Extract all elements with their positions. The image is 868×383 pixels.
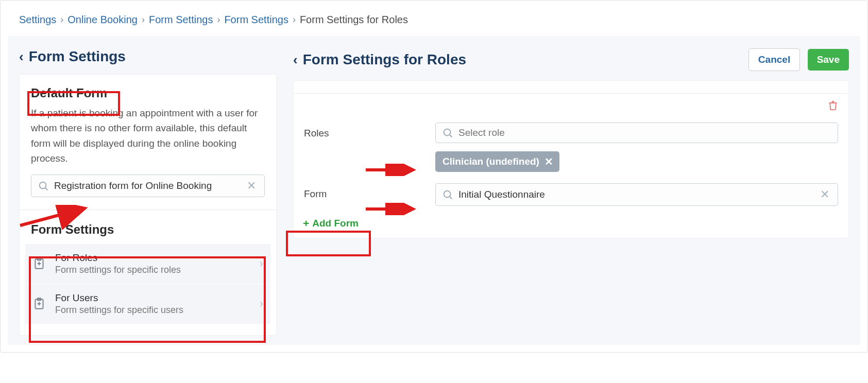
page-container: Settings › Online Booking › Form Setting… xyxy=(0,0,868,353)
search-icon xyxy=(442,189,453,200)
svg-line-1 xyxy=(45,188,47,190)
right-panel: Roles Clinician (undefined) ✕ Form xyxy=(293,80,849,238)
left-column: ‹ Form Settings Default Form If a patien… xyxy=(19,48,277,336)
cancel-button[interactable]: Cancel xyxy=(748,48,800,71)
breadcrumb-link-form-settings-2[interactable]: Form Settings xyxy=(224,14,288,26)
close-icon[interactable]: ✕ xyxy=(544,155,553,168)
chevron-right-icon: › xyxy=(260,257,263,270)
roles-label: Roles xyxy=(304,123,435,139)
left-panel: Default Form If a patient is booking an … xyxy=(19,74,277,336)
clear-icon[interactable]: ✕ xyxy=(245,179,258,193)
svg-line-13 xyxy=(450,197,452,199)
nav-item-title: For Roles xyxy=(55,252,250,264)
roles-field: Roles Clinician (undefined) ✕ xyxy=(304,123,838,172)
nav-item-title: For Users xyxy=(55,292,250,304)
save-button[interactable]: Save xyxy=(808,49,849,71)
svg-point-0 xyxy=(40,182,46,188)
chevron-left-icon: ‹ xyxy=(293,52,298,68)
back-to-roles[interactable]: ‹ Form Settings for Roles xyxy=(293,51,466,68)
breadcrumb: Settings › Online Booking › Form Setting… xyxy=(8,8,860,36)
nav-item-sub: Form settings for specific roles xyxy=(55,265,250,275)
search-icon xyxy=(38,180,49,192)
trash-icon[interactable] xyxy=(828,100,838,111)
divider xyxy=(294,93,848,94)
right-column: ‹ Form Settings for Roles Cancel Save Ro… xyxy=(293,48,849,238)
form-field: Form ✕ xyxy=(304,183,838,206)
nav-item-sub: Form settings for specific users xyxy=(55,305,250,316)
right-title: Form Settings for Roles xyxy=(303,51,466,68)
chevron-right-icon: › xyxy=(260,297,263,310)
chevron-right-icon: › xyxy=(217,14,220,25)
breadcrumb-current: Form Settings for Roles xyxy=(300,14,408,26)
form-input[interactable] xyxy=(458,189,813,200)
nav-item-for-users[interactable]: For Users Form settings for specific use… xyxy=(25,284,270,324)
chevron-left-icon: ‹ xyxy=(19,49,24,65)
action-buttons: Cancel Save xyxy=(748,48,849,71)
role-chip-label: Clinician (undefined) xyxy=(442,156,539,167)
chevron-right-icon: › xyxy=(142,14,145,25)
divider xyxy=(20,210,276,210)
left-title: Form Settings xyxy=(29,48,126,65)
chevron-right-icon: › xyxy=(60,14,63,25)
search-icon xyxy=(442,127,453,138)
form-select[interactable]: ✕ xyxy=(435,183,838,206)
svg-line-11 xyxy=(450,135,452,137)
form-settings-subheading: Form Settings xyxy=(31,222,114,237)
breadcrumb-link-form-settings-1[interactable]: Form Settings xyxy=(149,14,213,26)
clipboard-icon xyxy=(32,257,46,270)
breadcrumb-link-online-booking[interactable]: Online Booking xyxy=(67,14,138,26)
chevron-right-icon: › xyxy=(293,14,296,25)
role-chip-clinician[interactable]: Clinician (undefined) ✕ xyxy=(435,151,559,172)
nav-item-for-roles[interactable]: For Roles Form settings for specific rol… xyxy=(25,244,270,284)
roles-input[interactable] xyxy=(458,127,831,138)
default-form-description: If a patient is booking an appointment w… xyxy=(31,106,265,166)
default-form-heading: Default Form xyxy=(31,86,107,100)
add-form-label: Add Form xyxy=(312,218,359,229)
plus-icon: + xyxy=(303,217,309,230)
add-form-button[interactable]: + Add Form xyxy=(303,217,359,238)
default-form-input[interactable] xyxy=(54,180,240,192)
roles-select[interactable] xyxy=(435,123,838,143)
form-label: Form xyxy=(304,183,435,200)
clear-icon[interactable]: ✕ xyxy=(818,188,831,201)
content-area: ‹ Form Settings Default Form If a patien… xyxy=(8,36,860,345)
svg-point-10 xyxy=(444,129,451,136)
back-to-form-settings[interactable]: ‹ Form Settings xyxy=(19,48,126,65)
clipboard-icon xyxy=(32,297,46,310)
default-form-select[interactable]: ✕ xyxy=(31,175,265,197)
svg-point-12 xyxy=(444,191,451,198)
breadcrumb-link-settings[interactable]: Settings xyxy=(19,14,56,26)
